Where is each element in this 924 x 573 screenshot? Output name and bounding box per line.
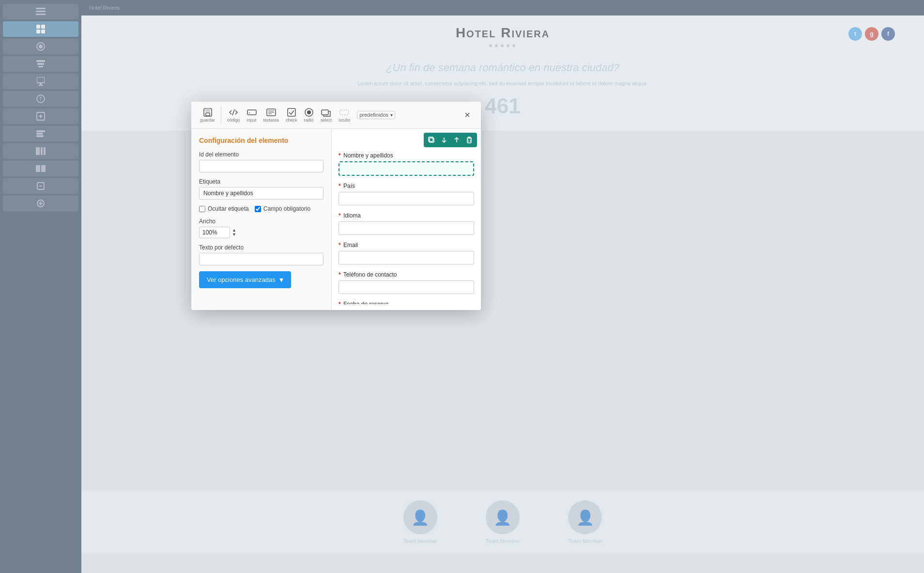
field-input-pais[interactable] xyxy=(339,192,474,205)
toolbar-check-btn[interactable]: check xyxy=(283,106,300,124)
id-field-group: Id del elemento xyxy=(199,151,323,172)
svg-line-36 xyxy=(232,109,234,115)
field-label-nombre: * Nombre y apellidos xyxy=(339,152,474,159)
field-label-pais: * País xyxy=(339,183,474,189)
modal-element-config: guardar código input textarea check radi… xyxy=(191,102,481,310)
texto-defecto-field-group: Texto por defecto xyxy=(199,244,323,265)
ancho-label: Ancho xyxy=(199,218,323,225)
obligatorio-checkbox[interactable] xyxy=(255,206,261,212)
field-label-idioma: * Idioma xyxy=(339,212,474,219)
required-indicator-fecha: * xyxy=(339,301,341,304)
required-indicator-pais: * xyxy=(339,183,341,189)
field-label-fecha: * Fecha de reserva xyxy=(339,301,474,304)
obligatorio-label: Campo obligatorio xyxy=(263,205,310,212)
field-input-email[interactable] xyxy=(339,251,474,264)
ocultar-checkbox-wrap: Ocultar etiqueta xyxy=(199,205,249,212)
delete-button[interactable] xyxy=(463,134,475,146)
svg-rect-34 xyxy=(205,108,210,112)
required-indicator-telefono: * xyxy=(339,271,341,278)
form-fields-container: * Nombre y apellidos * País * Idioma xyxy=(339,135,474,304)
ancho-spinner[interactable]: ▲ ▼ xyxy=(232,228,236,237)
modal-body: Configuración del elemento Id del elemen… xyxy=(191,129,481,310)
svg-rect-37 xyxy=(247,110,256,115)
advanced-options-button[interactable]: Ver opciones avanzadas ▾ xyxy=(199,271,291,288)
etiqueta-label: Etiqueta xyxy=(199,178,323,185)
svg-rect-52 xyxy=(467,138,471,143)
svg-rect-46 xyxy=(322,110,328,115)
svg-rect-47 xyxy=(340,110,349,115)
required-indicator-email: * xyxy=(339,242,341,248)
toolbar-oculto-btn[interactable]: oculto xyxy=(336,106,353,124)
form-field-email: * Email xyxy=(339,242,474,264)
texto-defecto-label: Texto por defecto xyxy=(199,244,323,251)
toolbar-separator-1 xyxy=(221,107,221,124)
obligatorio-checkbox-wrap: Campo obligatorio xyxy=(255,205,310,212)
checkbox-row: Ocultar etiqueta Campo obligatorio xyxy=(199,205,323,212)
advanced-btn-label: Ver opciones avanzadas xyxy=(207,276,276,283)
required-indicator-nombre: * xyxy=(339,152,341,159)
field-label-email: * Email xyxy=(339,242,474,248)
id-label: Id del elemento xyxy=(199,151,323,158)
toolbar-textarea-btn[interactable]: textarea xyxy=(261,106,282,124)
etiqueta-input[interactable] xyxy=(199,187,323,200)
toolbar-predefinidos-btn[interactable]: predefinidos ▾ xyxy=(354,109,398,121)
form-field-pais: * País xyxy=(339,183,474,205)
toolbar-select-btn[interactable]: select xyxy=(318,106,335,124)
toolbar-guardar-btn[interactable]: guardar xyxy=(197,106,218,124)
texto-defecto-input[interactable] xyxy=(199,253,323,265)
field-input-telefono[interactable] xyxy=(339,280,474,294)
ancho-field-group: Ancho ▲ ▼ xyxy=(199,218,323,238)
move-down-button[interactable] xyxy=(438,134,450,146)
predefinidos-label: predefinidos xyxy=(359,112,388,118)
form-field-idioma: * Idioma xyxy=(339,212,474,235)
advanced-btn-chevron-icon: ▾ xyxy=(279,275,283,284)
form-field-nombre: * Nombre y apellidos xyxy=(339,152,474,176)
panel-title: Configuración del elemento xyxy=(199,137,323,144)
required-indicator-idioma: * xyxy=(339,212,341,219)
copy-button[interactable] xyxy=(426,134,437,146)
right-panel: * Nombre y apellidos * País * Idioma xyxy=(332,129,481,310)
ocultar-label: Ocultar etiqueta xyxy=(208,205,249,212)
close-button[interactable]: × xyxy=(460,108,475,123)
svg-point-45 xyxy=(307,110,311,114)
field-input-nombre[interactable] xyxy=(339,161,474,176)
field-label-telefono: * Teléfono de contacto xyxy=(339,271,474,278)
left-panel: Configuración del elemento Id del elemen… xyxy=(191,129,332,310)
etiqueta-field-group: Etiqueta xyxy=(199,178,323,200)
svg-rect-43 xyxy=(288,108,295,116)
ancho-input[interactable] xyxy=(199,227,230,238)
move-up-button[interactable] xyxy=(451,134,462,146)
toolbar-input-btn[interactable]: input xyxy=(244,106,260,124)
toolbar-radio-btn[interactable]: radio xyxy=(301,106,317,124)
toolbar-codigo-btn[interactable]: código xyxy=(224,106,243,124)
ocultar-checkbox[interactable] xyxy=(199,206,205,212)
id-input[interactable] xyxy=(199,160,323,172)
svg-rect-35 xyxy=(206,113,210,116)
field-input-idioma[interactable] xyxy=(339,221,474,235)
form-field-fecha: * Fecha de reserva xyxy=(339,301,474,304)
form-field-telefono: * Teléfono de contacto xyxy=(339,271,474,294)
modal-toolbar: guardar código input textarea check radi… xyxy=(191,102,481,129)
ancho-input-wrap: ▲ ▼ xyxy=(199,227,323,238)
right-action-buttons xyxy=(424,133,477,147)
